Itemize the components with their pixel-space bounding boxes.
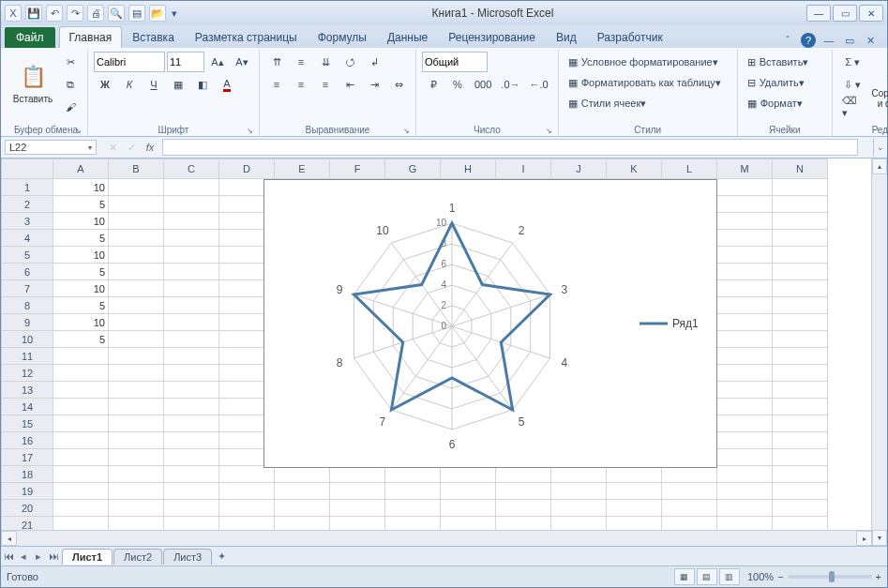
- cell-M19[interactable]: [717, 483, 773, 500]
- maximize-button[interactable]: ▭: [833, 5, 857, 22]
- increase-decimal-icon[interactable]: .0→: [497, 74, 523, 95]
- cell-A19[interactable]: [53, 483, 109, 500]
- scroll-right-icon[interactable]: ▸: [856, 531, 872, 546]
- save-icon[interactable]: 💾: [25, 5, 42, 22]
- conditional-format-button[interactable]: ▦ Условное форматирование ▾: [564, 52, 731, 72]
- select-all-corner[interactable]: [2, 159, 53, 179]
- cell-B3[interactable]: [109, 213, 164, 230]
- col-header-G[interactable]: G: [385, 159, 441, 179]
- cell-C11[interactable]: [164, 348, 219, 365]
- page-layout-view-icon[interactable]: ▤: [697, 568, 717, 585]
- row-header-3[interactable]: 3: [2, 213, 53, 230]
- doc-close-icon[interactable]: ✕: [863, 33, 878, 48]
- dialog-launcher-icon[interactable]: ↘: [75, 127, 82, 135]
- cell-B11[interactable]: [109, 348, 164, 365]
- doc-restore-icon[interactable]: ▭: [842, 33, 857, 48]
- align-right-icon[interactable]: ≡: [314, 74, 337, 95]
- cell-A16[interactable]: [53, 432, 109, 449]
- col-header-M[interactable]: M: [717, 159, 773, 179]
- cell-A15[interactable]: [53, 415, 109, 432]
- cell-N14[interactable]: [773, 399, 828, 415]
- cell-B6[interactable]: [109, 264, 164, 280]
- cell-M2[interactable]: [717, 196, 773, 213]
- cell-M15[interactable]: [717, 415, 773, 432]
- formula-input[interactable]: [162, 139, 858, 156]
- tab-Разработчик[interactable]: Разработчик: [587, 26, 673, 48]
- border-button[interactable]: ▦: [167, 74, 189, 95]
- cell-B1[interactable]: [109, 179, 164, 196]
- col-header-B[interactable]: B: [109, 159, 164, 179]
- cell-M4[interactable]: [717, 230, 773, 247]
- col-header-I[interactable]: I: [496, 159, 551, 179]
- cell-M18[interactable]: [717, 466, 773, 483]
- cancel-formula-icon[interactable]: ✕: [104, 142, 121, 154]
- cell-C7[interactable]: [164, 280, 219, 297]
- cell-N10[interactable]: [773, 331, 828, 348]
- row-header-6[interactable]: 6: [2, 264, 53, 280]
- row-header-13[interactable]: 13: [2, 382, 53, 399]
- zoom-out-icon[interactable]: −: [777, 571, 783, 582]
- expand-formula-bar-icon[interactable]: ⌄: [873, 138, 887, 157]
- bold-button[interactable]: Ж: [94, 74, 116, 95]
- cell-N3[interactable]: [773, 213, 828, 230]
- preview-icon[interactable]: 🔍: [108, 5, 125, 22]
- row-header-8[interactable]: 8: [2, 297, 53, 314]
- comma-icon[interactable]: 000: [471, 74, 495, 95]
- cell-styles-button[interactable]: ▦ Стили ячеек ▾: [564, 93, 731, 113]
- font-size-input[interactable]: [167, 52, 204, 72]
- fill-icon[interactable]: ⇩ ▾: [838, 74, 867, 95]
- cell-A14[interactable]: [53, 399, 109, 415]
- cell-C18[interactable]: [164, 466, 219, 483]
- zoom-in-icon[interactable]: +: [876, 571, 881, 582]
- undo-icon[interactable]: ↶: [46, 5, 63, 22]
- cell-B8[interactable]: [109, 297, 164, 314]
- cell-J20[interactable]: [551, 500, 607, 517]
- tab-Главная[interactable]: Главная: [59, 26, 123, 48]
- cell-A17[interactable]: [53, 449, 109, 466]
- fill-color-button[interactable]: ◧: [191, 74, 214, 95]
- dialog-launcher-icon[interactable]: ↘: [546, 127, 552, 135]
- cell-C1[interactable]: [164, 179, 219, 196]
- format-as-table-button[interactable]: ▦ Форматировать как таблицу ▾: [564, 72, 731, 93]
- cell-C2[interactable]: [164, 196, 219, 213]
- cell-N16[interactable]: [773, 432, 828, 449]
- col-header-A[interactable]: A: [53, 159, 109, 179]
- cell-M5[interactable]: [717, 247, 773, 264]
- cell-C17[interactable]: [164, 449, 219, 466]
- font-color-button[interactable]: A: [216, 74, 238, 95]
- cell-M9[interactable]: [717, 314, 773, 331]
- increase-indent-icon[interactable]: ⇥: [363, 74, 385, 95]
- minimize-ribbon-icon[interactable]: ˆ: [780, 33, 795, 48]
- cell-N7[interactable]: [773, 280, 828, 297]
- doc-minimize-icon[interactable]: —: [821, 33, 836, 48]
- cell-K19[interactable]: [607, 483, 662, 500]
- cell-N13[interactable]: [773, 382, 828, 399]
- col-header-H[interactable]: H: [441, 159, 496, 179]
- chart-object[interactable]: 123456789100246810Ряд1: [263, 179, 717, 468]
- open-icon[interactable]: 📂: [149, 5, 166, 22]
- italic-button[interactable]: К: [118, 74, 141, 95]
- increase-font-icon[interactable]: A▴: [206, 52, 229, 72]
- cell-C13[interactable]: [164, 382, 219, 399]
- cell-B5[interactable]: [109, 247, 164, 264]
- cell-A5[interactable]: 10: [53, 247, 109, 264]
- cell-A6[interactable]: 5: [53, 264, 109, 280]
- tab-Данные[interactable]: Данные: [377, 26, 438, 48]
- cell-C6[interactable]: [164, 264, 219, 280]
- cell-B12[interactable]: [109, 365, 164, 382]
- cell-G19[interactable]: [385, 483, 441, 500]
- cell-B2[interactable]: [109, 196, 164, 213]
- cell-B13[interactable]: [109, 382, 164, 399]
- zoom-slider[interactable]: [788, 575, 872, 579]
- col-header-E[interactable]: E: [275, 159, 330, 179]
- cell-C8[interactable]: [164, 297, 219, 314]
- align-top-icon[interactable]: ⇈: [265, 52, 288, 72]
- cell-N11[interactable]: [773, 348, 828, 365]
- cell-B17[interactable]: [109, 449, 164, 466]
- tab-Вид[interactable]: Вид: [546, 26, 587, 48]
- prev-sheet-icon[interactable]: ◂: [16, 550, 31, 563]
- cell-M14[interactable]: [717, 399, 773, 415]
- cell-N6[interactable]: [773, 264, 828, 280]
- cell-N15[interactable]: [773, 415, 828, 432]
- cell-C19[interactable]: [164, 483, 219, 500]
